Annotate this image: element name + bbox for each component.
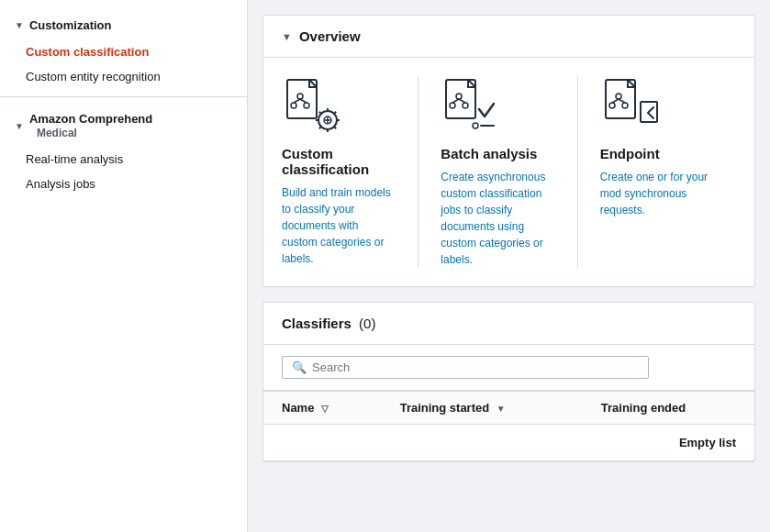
classifiers-search-area: 🔍 [263,345,754,391]
svg-point-29 [622,103,628,108]
svg-point-28 [609,103,615,108]
svg-line-22 [452,99,459,103]
search-box[interactable]: 🔍 [282,356,649,379]
batch-analysis-icon [441,76,499,135]
sidebar-item-real-time-analysis[interactable]: Real-time analysis [0,147,247,172]
svg-point-25 [473,123,478,128]
sidebar-amazon-comprehend-medical-header[interactable]: ▼ Amazon Comprehend Medical [0,105,247,147]
overview-card-endpoint: Endpoint Create one or for your mod sync… [600,76,736,268]
overview-title: Overview [299,28,361,44]
search-input[interactable] [312,360,639,374]
customization-label: Customization [29,18,112,32]
overview-chevron-icon: ▼ [282,31,292,42]
overview-card-custom-classification: Custom classification Build and train mo… [282,76,418,268]
svg-line-15 [319,127,321,128]
svg-point-20 [450,103,455,108]
classifiers-header: Classifiers (0) [263,303,754,345]
card-title-custom-classification: Custom classification [282,146,396,177]
card-desc-custom-classification: Build and train models to classify your … [282,184,396,267]
sidebar-item-analysis-jobs[interactable]: Analysis jobs [0,172,247,196]
empty-list-label: Empty list [263,425,754,461]
amazon-comprehend-chevron-icon: ▼ [15,121,24,131]
sidebar-item-custom-classification[interactable]: Custom classification [0,39,247,64]
svg-line-23 [459,99,465,103]
name-sort-icon: ▽ [321,404,329,414]
custom-classification-icon [282,76,340,135]
classifiers-title: Classifiers [282,316,352,331]
overview-card-batch-analysis: Batch analysis Create asynchronous custo… [441,76,577,268]
svg-line-12 [319,112,321,114]
card-title-endpoint: Endpoint [600,146,714,161]
svg-line-13 [334,127,336,128]
column-header-training-ended: Training ended [583,392,754,425]
svg-point-1 [297,94,303,99]
customization-chevron-icon: ▼ [15,20,24,30]
amazon-comprehend-medical-label: Amazon Comprehend Medical [29,112,152,139]
svg-line-4 [294,99,300,103]
table-header-row: Name ▽ Training started ▼ Training ended [263,392,754,425]
training-started-sort-icon: ▼ [497,404,506,414]
overview-cards: Custom classification Build and train mo… [263,58,754,286]
column-header-name[interactable]: Name ▽ [263,392,382,425]
card-desc-batch-analysis: Create asynchronous custom classificatio… [441,169,554,268]
overview-section: ▼ Overview [262,15,755,287]
sidebar-item-custom-entity-recognition[interactable]: Custom entity recognition [0,64,247,89]
classifiers-count: (0) [359,316,375,331]
classifiers-table: Name ▽ Training started ▼ Training ended… [263,391,754,461]
svg-line-31 [619,99,625,103]
search-icon: 🔍 [292,360,307,374]
endpoint-icon [600,76,659,135]
svg-line-14 [334,112,336,114]
svg-line-30 [612,99,619,103]
column-header-training-started[interactable]: Training started ▼ [382,392,583,425]
svg-point-27 [616,94,621,99]
table-empty-row: Empty list [263,425,754,461]
classifiers-section: Classifiers (0) 🔍 Name ▽ Training starte… [262,302,755,462]
card-title-batch-analysis: Batch analysis [441,146,554,161]
sidebar: ▼ Customization Custom classification Cu… [0,0,248,532]
sidebar-divider [0,96,247,97]
svg-line-5 [300,99,307,103]
card-desc-endpoint: Create one or for your mod synchronous r… [600,169,714,218]
svg-point-2 [291,103,296,108]
overview-header: ▼ Overview [263,16,754,58]
svg-point-3 [304,103,309,108]
svg-point-19 [456,94,462,99]
sidebar-customization-header[interactable]: ▼ Customization [0,11,247,39]
main-content: ▼ Overview [248,0,770,532]
svg-point-21 [463,103,468,108]
